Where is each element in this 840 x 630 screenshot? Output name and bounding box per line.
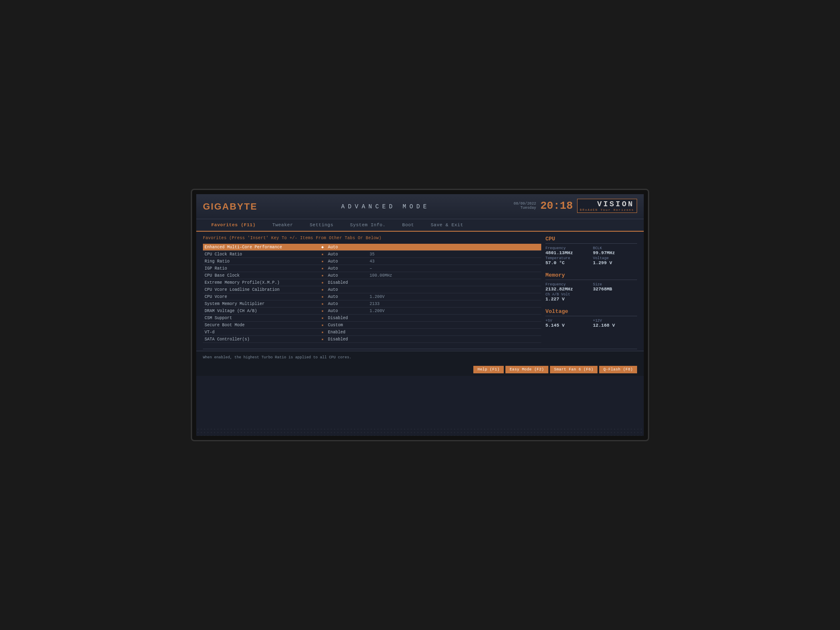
tab-save-exit[interactable]: Save & Exit xyxy=(422,219,472,232)
cpu-temp-value: 57.0 °C xyxy=(545,260,590,265)
tab-tweaker[interactable]: Tweaker xyxy=(264,219,302,232)
help-button[interactable]: Help (F1) xyxy=(473,366,504,373)
tab-settings[interactable]: Settings xyxy=(301,219,342,232)
tab-systeminfo[interactable]: System Info. xyxy=(342,219,394,232)
table-row[interactable]: CPU Clock Ratio ★ Auto 35 xyxy=(203,251,541,258)
cpu-bclk-value: 99.97MHz xyxy=(593,250,637,255)
table-row[interactable]: SATA Controller(s) ★ Disabled xyxy=(203,336,541,343)
cpu-temp-label: Temperature xyxy=(545,256,590,260)
voltage-section-title: Voltage xyxy=(545,308,637,316)
memory-section: Memory Frequency 2132.82MHz Size 32768MB… xyxy=(545,272,637,302)
table-row[interactable]: Ring Ratio ★ Auto 43 xyxy=(203,258,541,265)
monitor-frame: GIGABYTE ADVANCED MODE 08/09/2022 Tuesda… xyxy=(191,189,649,441)
table-row[interactable]: DRAM Voltage (CH A/B) ★ Auto 1.200V xyxy=(203,308,541,315)
table-row[interactable]: CSM Support ★ Disabled xyxy=(203,315,541,322)
bios-header: GIGABYTE ADVANCED MODE 08/09/2022 Tuesda… xyxy=(196,194,644,219)
qflash-button[interactable]: Q-Flash (F8) xyxy=(599,366,637,373)
plus12v-value: 12.168 V xyxy=(593,323,637,328)
advanced-mode-title: ADVANCED MODE xyxy=(341,203,430,210)
plus5v-label: +5V xyxy=(545,319,590,323)
table-row[interactable]: VT-d ★ Enabled xyxy=(203,329,541,336)
mem-size-value: 32768MB xyxy=(593,287,637,292)
smart-fan-button[interactable]: Smart Fan 6 (F6) xyxy=(550,366,598,373)
mem-chvolt-value: 1.227 V xyxy=(545,297,637,302)
cpu-info-grid: Frequency 4801.13MHz BCLK 99.97MHz Tempe… xyxy=(545,246,637,265)
voltage-info-grid: +5V 5.145 V +12V 12.168 V xyxy=(545,319,637,328)
cpu-voltage-value: 1.299 V xyxy=(593,260,637,265)
cpu-bclk-label: BCLK xyxy=(593,246,637,250)
function-buttons: Help (F1) Easy Mode (F2) Smart Fan 6 (F6… xyxy=(196,363,644,376)
bios-screen: GIGABYTE ADVANCED MODE 08/09/2022 Tuesda… xyxy=(196,194,644,436)
header-right: 08/09/2022 Tuesday 20:18 VISION BRoAdEN … xyxy=(514,199,637,215)
divider xyxy=(203,349,637,349)
cpu-frequency-label: Frequency xyxy=(545,246,590,250)
plus12v-label: +12V xyxy=(593,319,637,323)
mem-freq-value: 2132.82MHz xyxy=(545,287,590,292)
mem-freq-label: Frequency xyxy=(545,282,590,287)
dot-pattern-decoration xyxy=(196,428,644,436)
memory-info-grid: Frequency 2132.82MHz Size 32768MB Ch A/B… xyxy=(545,282,637,302)
voltage-section: Voltage +5V 5.145 V +12V 12.168 V xyxy=(545,308,637,328)
date-info: 08/09/2022 Tuesday xyxy=(514,202,536,210)
right-panel: CPU Frequency 4801.13MHz BCLK 99.97MHz T… xyxy=(545,236,637,343)
favorites-header: Favorites (Press 'Insert' Key To +/- Ite… xyxy=(203,236,541,240)
cpu-section-title: CPU xyxy=(545,236,637,244)
bottom-bar: When enabled, the highest Turbo Ratio is… xyxy=(196,351,644,363)
help-text: When enabled, the highest Turbo Ratio is… xyxy=(203,355,351,360)
time-display: 20:18 xyxy=(540,200,573,212)
vision-logo: VISION BRoAdEN Your Horizons xyxy=(577,199,637,213)
table-row[interactable]: Secure Boot Mode ★ Custom xyxy=(203,322,541,329)
left-panel: Favorites (Press 'Insert' Key To +/- Ite… xyxy=(203,236,541,343)
header-center: ADVANCED MODE xyxy=(341,203,430,210)
main-content: Favorites (Press 'Insert' Key To +/- Ite… xyxy=(196,232,644,347)
gigabyte-logo: GIGABYTE xyxy=(203,201,258,212)
table-row[interactable]: CPU Vcore ★ Auto 1.200V xyxy=(203,293,541,300)
table-row[interactable]: Enhanced Multi-Core Performance ◆ Auto xyxy=(203,244,541,251)
easy-mode-button[interactable]: Easy Mode (F2) xyxy=(505,366,548,373)
cpu-frequency-value: 4801.13MHz xyxy=(545,250,590,255)
mem-chvolt-label: Ch A/B Volt xyxy=(545,292,637,297)
table-row[interactable]: Extreme Memory Profile(X.M.P.) ★ Disable… xyxy=(203,279,541,286)
nav-tabs: Favorites (F11) Tweaker Settings System … xyxy=(196,219,644,232)
date-time-area: 08/09/2022 Tuesday 20:18 VISION BRoAdEN … xyxy=(514,199,637,213)
table-row[interactable]: IGP Ratio ★ Auto – xyxy=(203,265,541,272)
cpu-section: CPU Frequency 4801.13MHz BCLK 99.97MHz T… xyxy=(545,236,637,265)
cpu-voltage-label: Voltage xyxy=(593,256,637,260)
memory-section-title: Memory xyxy=(545,272,637,280)
table-row[interactable]: CPU Base Clock ★ Auto 100.00MHz xyxy=(203,272,541,279)
table-row[interactable]: System Memory Multiplier ★ Auto 2133 xyxy=(203,300,541,308)
mem-size-label: Size xyxy=(593,282,637,287)
tab-boot[interactable]: Boot xyxy=(394,219,422,232)
plus5v-value: 5.145 V xyxy=(545,323,590,328)
table-row[interactable]: CPU Vcore Loadline Calibration ★ Auto xyxy=(203,286,541,293)
tab-favorites[interactable]: Favorites (F11) xyxy=(203,219,264,232)
